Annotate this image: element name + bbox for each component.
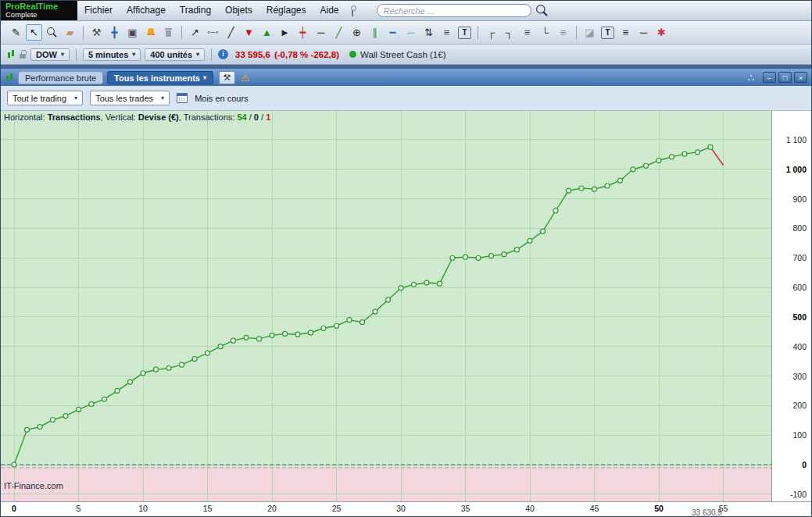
tab-performance-brute[interactable]: Performance brute — [18, 71, 103, 84]
search-area — [377, 4, 547, 17]
eraser-icon[interactable]: ▰ — [62, 24, 78, 41]
sell-arrow-icon[interactable]: ▼ — [241, 24, 257, 41]
big-eraser-icon[interactable]: ◪ — [581, 24, 598, 41]
symbol-label: DOW — [36, 50, 57, 59]
pattern-up-icon[interactable]: ┌ — [483, 24, 499, 41]
search-input[interactable] — [377, 4, 531, 17]
y-axis-label: 600 — [774, 283, 807, 292]
toolbar-separator — [181, 26, 182, 40]
x-axis-label: 55 — [715, 504, 732, 513]
tab-tous-les-instruments[interactable]: Tous les instruments▾ — [107, 71, 213, 84]
separator — [211, 48, 212, 61]
x-axis-label: 5 — [70, 504, 88, 513]
symbol-select[interactable]: DOW — [30, 48, 70, 61]
menu-affichage[interactable]: Affichage — [120, 1, 173, 20]
maximize-button[interactable]: □ — [778, 72, 792, 83]
pattern-down-icon[interactable]: ┐ — [501, 24, 517, 41]
menu-fichier[interactable]: Fichier — [77, 1, 120, 20]
menu-trading[interactable]: Trading — [173, 1, 218, 20]
application-window: ProRealTime Complete FichierAffichageTra… — [0, 0, 812, 517]
y-axis-label: 0 — [774, 460, 807, 469]
ray-line-icon[interactable]: ╱ — [223, 24, 239, 41]
lock-icon[interactable] — [20, 49, 27, 59]
color-wheel-icon[interactable]: ✱ — [653, 24, 670, 41]
toolbar-separator — [83, 26, 84, 40]
settings-wrench-button[interactable]: ⚒ — [219, 71, 235, 84]
trading-scope-label: Tout le trading — [13, 94, 66, 103]
menu-reglages[interactable]: Réglages — [259, 1, 313, 20]
units-select[interactable]: 400 unités — [145, 48, 205, 61]
levels-icon[interactable]: ≡ — [519, 24, 535, 41]
y-axis[interactable]: 1 1001 0009008007006005004003002001000-1… — [771, 111, 811, 501]
last-price: 33 595,6 — [235, 50, 270, 59]
chart-axis-info: Horizontal: Transactions, Vertical: Devi… — [4, 112, 270, 122]
timeframe-select[interactable]: 5 minutes — [83, 48, 141, 61]
delete-trash-icon[interactable] — [160, 24, 177, 41]
sort-icon[interactable]: ⇅ — [420, 24, 437, 41]
x-axis-label: 25 — [328, 504, 345, 513]
cyan-line-icon[interactable]: ─ — [402, 24, 419, 41]
text-note-icon[interactable]: T — [601, 27, 614, 39]
share-icon[interactable]: ∴ — [748, 72, 754, 84]
move-icon[interactable]: ╋ — [106, 24, 123, 41]
menu-objets[interactable]: Objets — [218, 1, 259, 20]
short-line-icon[interactable]: ─ — [635, 24, 652, 41]
losses-count: 1 — [266, 112, 270, 122]
y-axis-label: 1 000 — [774, 165, 807, 174]
fibonacci-icon[interactable]: ≡ — [438, 24, 455, 41]
horizontal-line-alert-icon[interactable]: ┿ — [295, 24, 311, 41]
chart-area: Horizontal: Transactions, Vertical: Devi… — [1, 111, 811, 516]
calendar-icon[interactable] — [177, 93, 188, 103]
ellipse-tool-icon[interactable]: ⊕ — [349, 24, 365, 41]
warning-icon[interactable]: ⚠ — [241, 72, 250, 84]
brand-edition: Complete — [5, 11, 77, 19]
x-axis[interactable]: 33 630,5 0510152025303540455055 — [1, 501, 811, 516]
trading-scope-select[interactable]: Tout le trading — [7, 91, 83, 105]
horizontal-line-icon[interactable]: ─ — [313, 24, 329, 41]
multi-line-icon[interactable]: ≡ — [617, 24, 634, 41]
bold-line-icon[interactable]: ━ — [385, 24, 401, 41]
chart-type-icon[interactable] — [6, 49, 16, 59]
duplicate-icon[interactable]: ▣ — [124, 24, 141, 41]
drawing-toolbar: ✎↖▰⚒╋▣↗∘─∘╱▼▲►┿─╱⊕∥━─⇅≡T┌┐≡└≡◪T≡─✱ — [1, 21, 811, 45]
oblique-line-icon[interactable]: ╱ — [331, 24, 347, 41]
menu-aide[interactable]: Aide — [313, 1, 345, 20]
chart-canvas — [1, 111, 771, 501]
app-logo: ProRealTime Complete — [1, 1, 77, 20]
performance-chart[interactable]: Horizontal: Transactions, Vertical: Devi… — [1, 111, 771, 501]
key-icon[interactable] — [349, 5, 356, 17]
vertical-value: Devise (€) — [138, 112, 179, 122]
buy-arrow-icon[interactable]: ▲ — [259, 24, 275, 41]
y-axis-label: 500 — [774, 312, 807, 322]
watermark: IT-Finance.com — [4, 481, 63, 490]
search-icon[interactable] — [536, 5, 548, 16]
zoom-icon[interactable] — [44, 24, 60, 41]
trade-scope-select[interactable]: Tous les trades — [90, 91, 170, 105]
y-axis-label: 900 — [774, 194, 807, 204]
y-axis-label: -100 — [774, 490, 807, 499]
instrument-name: Wall Street Cash (1€) — [360, 50, 446, 59]
segment-icon[interactable]: ∘─∘ — [205, 24, 221, 41]
trendline-icon[interactable]: ↗ — [187, 24, 203, 41]
x-axis-label: 40 — [521, 504, 538, 513]
horizontal-label: Horizontal: — [4, 112, 48, 122]
info-icon[interactable]: i — [218, 49, 228, 59]
toolbar-separator — [478, 26, 478, 40]
indicators-tools-icon[interactable]: ⚒ — [88, 24, 105, 41]
steps-icon[interactable]: └ — [537, 24, 553, 41]
x-axis-label: 10 — [134, 504, 152, 513]
channel-lines-icon[interactable]: ∥ — [367, 24, 383, 41]
close-button[interactable]: × — [794, 72, 807, 83]
select-cursor-icon[interactable]: ↖ — [26, 24, 42, 41]
alarm-bell-icon[interactable] — [142, 24, 159, 41]
window-title-bar: Performance bruteTous les instruments▾ ⚒… — [1, 69, 811, 86]
text-tool-icon[interactable]: T — [458, 27, 471, 39]
transactions-label: Transactions: — [184, 112, 238, 122]
wins-count: 54 — [237, 112, 246, 122]
draw-pencil-icon[interactable]: ✎ — [8, 24, 24, 41]
minimize-button[interactable]: – — [763, 72, 776, 83]
grid-levels-icon[interactable]: ≡ — [555, 24, 571, 41]
x-axis-label: 50 — [650, 504, 667, 513]
window-chart-icon — [5, 73, 14, 83]
order-arrow-icon[interactable]: ► — [277, 24, 293, 41]
